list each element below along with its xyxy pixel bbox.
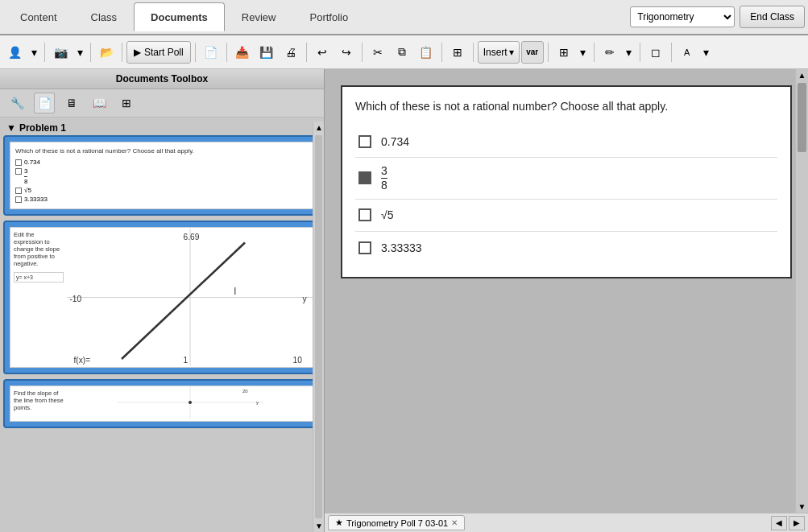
class-dropdown[interactable]: Trigonometry xyxy=(630,6,735,27)
left-scrollbar[interactable]: ▲ ▼ xyxy=(313,122,324,532)
problem-2-item[interactable]: Edit the expression to change the slope … xyxy=(3,221,321,374)
user-icon[interactable]: 👤 xyxy=(3,41,26,64)
problem-1-thumbnail: Which of these is not a rational number?… xyxy=(10,142,314,209)
separator-13 xyxy=(671,43,672,62)
separator-6 xyxy=(306,43,307,62)
svg-text:y: y xyxy=(302,295,307,303)
next-tab-arrow[interactable]: ▶ xyxy=(789,516,805,530)
main-toolbar: 👤 ▾ 📷 ▾ 📂 ▶ Start Poll 📄 📥 💾 🖨 ↩ ↪ ✂ ⧉ 📋… xyxy=(0,35,808,69)
thumbnail-choice-2: 3 xyxy=(15,167,309,175)
problem-3-item[interactable]: Find the slope of the line from these po… xyxy=(3,379,321,428)
thumbnail-choice-2b: 8 xyxy=(15,175,309,186)
prev-tab-arrow[interactable]: ◀ xyxy=(771,516,787,530)
insert-button[interactable]: Insert ▾ xyxy=(478,41,520,64)
start-poll-label: Start Poll xyxy=(144,47,184,58)
start-poll-button[interactable]: ▶ Start Poll xyxy=(126,41,191,64)
problem-2-equation: y= x+3 xyxy=(14,272,64,282)
scroll-thumb[interactable] xyxy=(315,135,322,518)
choice-checkbox-1[interactable] xyxy=(358,135,371,148)
scroll-up-btn[interactable]: ▲ xyxy=(313,122,324,134)
tab-review[interactable]: Review xyxy=(225,2,293,31)
choice-text-3: √5 xyxy=(381,208,393,221)
separator-11 xyxy=(594,43,595,62)
open-icon[interactable]: 📂 xyxy=(95,41,118,64)
copy-icon[interactable]: ⧉ xyxy=(391,41,413,64)
thumbnail-choice-1: 0.734 xyxy=(15,158,309,167)
paste-icon[interactable]: 📋 xyxy=(415,41,437,64)
question-text: Which of these is not a rational number?… xyxy=(355,100,777,113)
variable-icon[interactable]: var xyxy=(521,41,544,64)
pen-dropdown-btn[interactable]: ▾ xyxy=(623,41,636,64)
import-icon[interactable]: 📥 xyxy=(231,41,254,64)
right-panel: ▲ ▼ Which of these is not a rational num… xyxy=(325,69,808,532)
documents-toolbox-header: Documents Toolbox xyxy=(0,69,324,89)
svg-line-7 xyxy=(122,243,245,360)
mini-checkbox-2 xyxy=(15,168,22,175)
right-scrollbar[interactable]: ▲ ▼ xyxy=(795,69,808,513)
denominator: 8 xyxy=(381,179,387,192)
redo-icon[interactable]: ↪ xyxy=(335,41,358,64)
right-scroll-thumb[interactable] xyxy=(798,83,806,152)
cut-icon[interactable]: ✂ xyxy=(367,41,389,64)
right-scroll-down[interactable]: ▼ xyxy=(796,501,808,513)
main-layout: Documents Toolbox 🔧 📄 🖥 📖 ⊞ ▼ Problem 1 … xyxy=(0,69,808,532)
poll-tab-icon: ★ xyxy=(335,518,343,528)
thumbnail-choice-3: √5 xyxy=(15,186,309,195)
svg-text:l: l xyxy=(234,286,236,297)
right-content-area: Which of these is not a rational number?… xyxy=(325,69,808,513)
poll-tab-close[interactable]: ✕ xyxy=(451,518,458,527)
left-panel: Documents Toolbox 🔧 📄 🖥 📖 ⊞ ▼ Problem 1 … xyxy=(0,69,325,532)
document-icon[interactable]: 📄 xyxy=(34,93,55,113)
poll-tab[interactable]: ★ Trigonometry Poll 7 03-01 ✕ xyxy=(328,515,465,530)
table-icon[interactable]: ⊞ xyxy=(446,41,469,64)
camera-dropdown-btn[interactable]: ▾ xyxy=(73,41,86,64)
svg-text:20: 20 xyxy=(242,389,248,394)
color-dropdown-btn[interactable]: ▾ xyxy=(700,41,713,64)
layers-icon[interactable]: ⊞ xyxy=(116,93,137,113)
save-icon[interactable]: 💾 xyxy=(255,41,278,64)
svg-text:6.69: 6.69 xyxy=(183,233,199,241)
tab-class[interactable]: Class xyxy=(74,2,135,31)
end-class-button[interactable]: End Class xyxy=(740,6,805,28)
nav-right-controls: Trigonometry End Class xyxy=(630,6,805,28)
problem-1-item[interactable]: Which of these is not a rational number?… xyxy=(3,135,321,216)
choice-checkbox-3[interactable] xyxy=(358,208,371,221)
eraser-icon[interactable]: ◻ xyxy=(644,41,667,64)
separator-3 xyxy=(122,43,122,62)
svg-text:y: y xyxy=(256,400,259,405)
grid-dropdown-btn[interactable]: ▾ xyxy=(577,41,590,64)
collapse-icon: ▼ xyxy=(6,122,16,134)
problem-2-graph: 6.69 y -10 1 10 l f(x)= xyxy=(67,228,313,367)
undo-icon[interactable]: ↩ xyxy=(311,41,334,64)
problem-1-header[interactable]: ▼ Problem 1 xyxy=(3,121,321,135)
color-icon[interactable]: A xyxy=(676,41,698,64)
tab-documents[interactable]: Documents xyxy=(134,2,225,31)
user-dropdown-btn[interactable]: ▾ xyxy=(27,41,40,64)
bottom-tab-bar: ★ Trigonometry Poll 7 03-01 ✕ ◀ ▶ xyxy=(325,513,808,532)
problem-3-thumbnail: Find the slope of the line from these po… xyxy=(10,386,314,422)
problem-1-label: Problem 1 xyxy=(19,122,66,134)
choice-text-2: 3 8 xyxy=(381,164,387,192)
problems-list: ▼ Problem 1 Which of these is not a rati… xyxy=(0,118,324,532)
choice-checkbox-2[interactable] xyxy=(358,171,371,184)
new-doc-icon[interactable]: 📄 xyxy=(200,41,222,64)
thumbnail-choice-4: 3.33333 xyxy=(15,195,309,204)
tab-content[interactable]: Content xyxy=(3,2,74,31)
right-scroll-up[interactable]: ▲ xyxy=(796,69,808,81)
play-icon: ▶ xyxy=(134,47,141,58)
pen-icon[interactable]: ✏ xyxy=(599,41,621,64)
book-icon[interactable]: 📖 xyxy=(89,93,110,113)
grid-icon[interactable]: ⊞ xyxy=(553,41,575,64)
print-icon[interactable]: 🖨 xyxy=(280,41,302,64)
camera-icon[interactable]: 📷 xyxy=(49,41,72,64)
tab-portfolio[interactable]: Portfolio xyxy=(292,2,365,31)
choice-checkbox-4[interactable] xyxy=(358,241,371,254)
scroll-down-btn[interactable]: ▼ xyxy=(313,520,324,532)
problem-3-graph: 20 y xyxy=(67,386,313,421)
separator-5 xyxy=(226,43,227,62)
svg-text:10: 10 xyxy=(292,356,302,365)
separator-12 xyxy=(640,43,640,62)
monitor-icon[interactable]: 🖥 xyxy=(61,93,82,113)
wrench-icon[interactable]: 🔧 xyxy=(6,93,27,113)
mini-checkbox-4 xyxy=(15,196,22,203)
